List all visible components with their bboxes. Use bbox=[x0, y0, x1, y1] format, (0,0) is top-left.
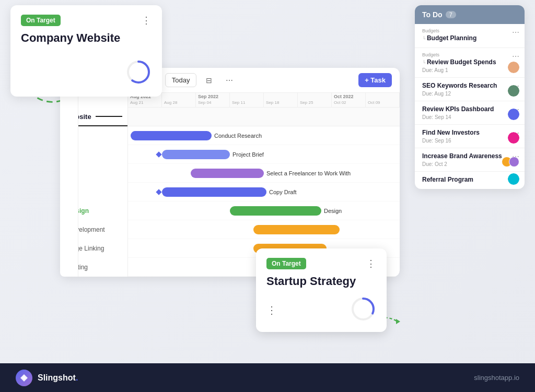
bar-conduct-research[interactable] bbox=[131, 131, 212, 140]
todo-item-4-name: Review KPIs Dashboard bbox=[422, 105, 517, 113]
todo-header: To Do 7 bbox=[415, 5, 525, 24]
gantt-header: Aug 2022 Aug 21 Aug 28 Sep 2022 Sep 04 S… bbox=[128, 93, 400, 108]
aug-week2: Aug 28 bbox=[162, 93, 196, 107]
bar-design[interactable] bbox=[230, 206, 321, 216]
oct-week2: Oct 09 bbox=[366, 93, 400, 107]
label-design: Design bbox=[324, 208, 342, 214]
todo-item-4[interactable]: Review KPIs Dashboard Due: Sep 14 ⋯ bbox=[415, 101, 525, 125]
todo-item-6-avatars bbox=[502, 157, 519, 167]
todo-item-2-name: └ Review Budget Spends bbox=[422, 58, 517, 66]
company-card-progress bbox=[125, 59, 152, 87]
todo-item-1-name: └ Budget Planning bbox=[422, 34, 517, 42]
startup-on-target-badge: On Target bbox=[266, 258, 306, 269]
todo-item-7-avatar bbox=[508, 173, 519, 185]
gantt-title-row bbox=[128, 108, 400, 126]
todo-item-7[interactable]: Referral Program ⋯ bbox=[415, 172, 525, 189]
gantt-chart-card: ≡ Timeline ▾ Weeks ▾ Today ⊟ ⋯ + Task We… bbox=[60, 68, 400, 277]
sep-month: Sep 2022 Sep 04 bbox=[196, 93, 230, 107]
bar-development[interactable] bbox=[253, 225, 340, 234]
todo-item-2[interactable]: Budgets └ Review Budget Spends Due: Aug … bbox=[415, 48, 525, 78]
todo-item-2-menu[interactable]: ⋯ bbox=[512, 52, 519, 61]
company-website-card: On Target ⋮ Company Website bbox=[10, 5, 162, 97]
today-button[interactable]: Today bbox=[165, 73, 197, 87]
svg-marker-5 bbox=[396, 319, 400, 324]
todo-panel: To Do 7 Budgets └ Budget Planning ⋯ Budg… bbox=[415, 5, 525, 189]
todo-item-4-due: Due: Sep 14 bbox=[422, 114, 517, 120]
gantt-row-2: Project Brief bbox=[128, 145, 400, 164]
footer-url: slingshotapp.io bbox=[474, 374, 519, 382]
gantt-row-6 bbox=[128, 220, 400, 239]
brand-name: Slingshot. bbox=[38, 373, 78, 383]
todo-item-1-category: Budgets bbox=[422, 28, 517, 33]
content-area: On Target ⋮ Company Website ⊞ ≡ bbox=[0, 0, 535, 363]
bar-project-brief[interactable] bbox=[162, 150, 230, 159]
gantt-row-3: Select a Freelancer to Work With bbox=[128, 164, 400, 183]
on-target-badge: On Target bbox=[21, 15, 61, 26]
card-header: On Target ⋮ bbox=[21, 15, 152, 26]
sep-week4: Sep 25 bbox=[298, 93, 332, 107]
todo-item-5[interactable]: Find New Investors Due: Sep 16 ⋯ bbox=[415, 125, 525, 148]
todo-item-2-avatar bbox=[508, 62, 519, 73]
main-container: On Target ⋮ Company Website ⊞ ≡ bbox=[0, 0, 535, 392]
gantt-row-1: Conduct Research bbox=[128, 126, 400, 145]
company-card-menu[interactable]: ⋮ bbox=[142, 15, 152, 26]
todo-item-1[interactable]: Budgets └ Budget Planning ⋯ bbox=[415, 24, 525, 48]
todo-item-3[interactable]: SEO Keywords Research Due: Aug 12 ⋯ bbox=[415, 78, 525, 101]
add-task-button[interactable]: + Task bbox=[358, 73, 392, 87]
todo-item-5-name: Find New Investors bbox=[422, 129, 517, 136]
bar-copy-draft[interactable] bbox=[162, 187, 266, 197]
todo-item-3-due: Due: Aug 12 bbox=[422, 91, 517, 97]
label-select-freelancer: Select a Freelancer to Work With bbox=[266, 170, 351, 176]
bar-select-freelancer[interactable] bbox=[191, 169, 264, 178]
todo-item-5-due: Due: Sep 16 bbox=[422, 138, 517, 144]
footer: Slingshot. slingshotapp.io bbox=[0, 363, 535, 392]
todo-item-3-name: SEO Keywords Research bbox=[422, 82, 517, 89]
startup-strategy-card: On Target ⋮ Startup Strategy ⋮ bbox=[256, 248, 387, 332]
filter-button[interactable]: ⊟ bbox=[202, 74, 216, 87]
startup-progress bbox=[350, 296, 376, 324]
gantt-row-5: Design bbox=[128, 201, 400, 220]
todo-item-7-name: Referral Program bbox=[422, 176, 517, 183]
label-conduct-research: Conduct Research bbox=[214, 133, 262, 139]
todo-title-group: To Do 7 bbox=[422, 10, 456, 19]
oct-month: Oct 2022 Oct 02 bbox=[332, 93, 366, 107]
todo-title: To Do bbox=[422, 10, 443, 19]
todo-count: 7 bbox=[446, 11, 456, 18]
todo-item-6[interactable]: Increase Brand Awareness Due: Oct 2 ⋯ bbox=[415, 148, 525, 172]
startup-card-header: On Target ⋮ bbox=[266, 258, 376, 269]
slingshot-logo-icon bbox=[16, 370, 32, 386]
todo-item-5-avatar bbox=[508, 132, 519, 144]
footer-logo: Slingshot. bbox=[16, 370, 78, 386]
startup-card-title: Startup Strategy bbox=[266, 275, 376, 288]
startup-vertical-menu[interactable]: ⋮ bbox=[266, 304, 277, 316]
company-card-title: Company Website bbox=[21, 31, 152, 45]
startup-card-menu[interactable]: ⋮ bbox=[366, 258, 376, 269]
label-copy-draft: Copy Draft bbox=[269, 189, 297, 195]
diamond-2 bbox=[156, 189, 161, 195]
todo-item-4-avatar bbox=[508, 109, 519, 120]
sep-week2: Sep 11 bbox=[230, 93, 264, 107]
diamond-1 bbox=[156, 151, 161, 157]
todo-item-1-menu[interactable]: ⋯ bbox=[512, 28, 519, 37]
label-project-brief: Project Brief bbox=[232, 151, 264, 158]
todo-item-2-due: Due: Aug 1 bbox=[422, 67, 517, 73]
gantt-row-4: Copy Draft bbox=[128, 183, 400, 201]
more-options-button[interactable]: ⋯ bbox=[222, 74, 237, 87]
left-panel: ⊞ bbox=[60, 68, 78, 277]
sep-week3: Sep 18 bbox=[264, 93, 298, 107]
todo-item-3-avatar bbox=[508, 85, 519, 97]
todo-item-2-category: Budgets bbox=[422, 52, 517, 57]
